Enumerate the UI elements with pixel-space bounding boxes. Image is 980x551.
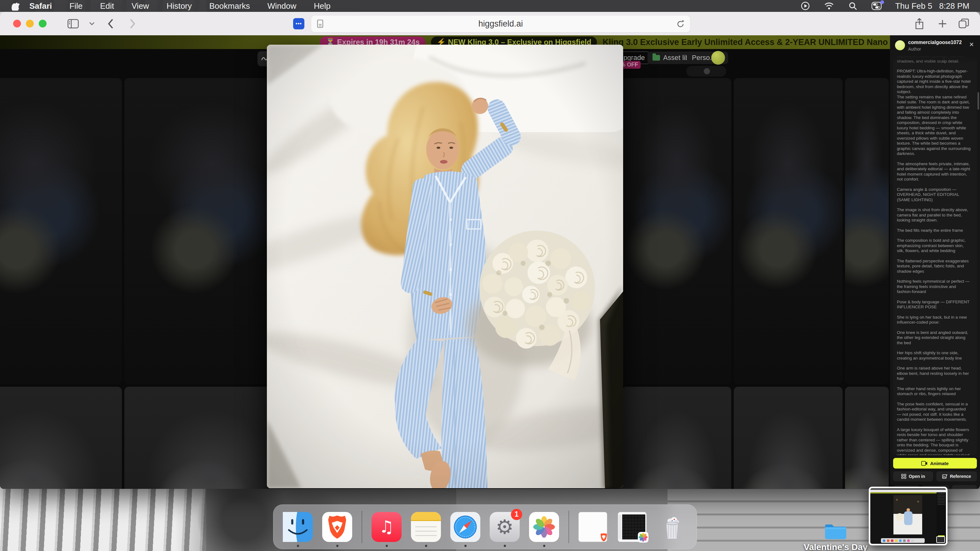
image-plus-icon <box>942 474 948 479</box>
dock-notes-icon[interactable] <box>411 512 441 542</box>
menu-item-window[interactable]: Window <box>267 1 296 11</box>
mini-dock <box>881 538 925 543</box>
safari-window: ••• higgsfield.ai ⏳ Expires in 19h 31m 2… <box>0 12 980 489</box>
dock-music-icon[interactable]: ♫ <box>372 512 402 542</box>
reader-icon[interactable] <box>317 19 325 29</box>
menu-bar: Safari File Edit View History Bookmarks … <box>0 0 980 12</box>
cut-off-button[interactable] <box>952 485 977 489</box>
grid-icon <box>901 474 906 479</box>
author-role: Author <box>908 46 921 52</box>
dock-brave-icon[interactable] <box>322 512 352 542</box>
menu-item-file[interactable]: File <box>69 1 83 11</box>
new-tab-icon[interactable] <box>935 17 950 30</box>
menu-item-edit[interactable]: Edit <box>100 1 114 11</box>
safari-toolbar: ••• higgsfield.ai <box>0 12 980 36</box>
prompt-container[interactable]: separation, subtle flyaways, soft root s… <box>893 56 977 455</box>
screenshot-mini-screen <box>870 488 946 544</box>
close-window-button[interactable] <box>13 20 21 27</box>
menu-item-help[interactable]: Help <box>314 1 330 11</box>
dock-settings-icon[interactable]: ⚙ 1 <box>490 512 520 542</box>
wifi-icon[interactable] <box>824 1 834 11</box>
menu-item-view[interactable]: View <box>132 1 149 11</box>
screenshot-preview-thumbnail[interactable] <box>869 487 948 545</box>
dock-divider <box>361 511 362 543</box>
feed-image-card[interactable] <box>734 387 843 489</box>
zoom-window-button[interactable] <box>39 20 46 27</box>
tab-overview-icon[interactable] <box>957 17 970 30</box>
dock-trash-icon[interactable] <box>657 512 687 542</box>
mini-photo <box>893 495 922 534</box>
dock-photos-icon[interactable] <box>529 512 559 542</box>
video-camera-icon <box>921 461 928 466</box>
dock-minimized-photos-window[interactable] <box>618 512 648 542</box>
personalize-toggle[interactable] <box>686 66 726 76</box>
folder-label[interactable]: Valentine's Day <box>795 542 876 551</box>
dock-finder-icon[interactable] <box>283 512 313 542</box>
apple-menu[interactable] <box>11 1 21 11</box>
higgsfield-page: ⏳ Expires in 19h 31m 24s ⚡ NEW Kling 3.0… <box>0 35 980 489</box>
notification-badge: 1 <box>511 509 522 520</box>
blue-folder-icon <box>824 522 848 540</box>
desktop-screen: ••• higgsfield.ai ⏳ Expires in 19h 31m 2… <box>0 0 980 551</box>
feed-image-card[interactable] <box>845 78 889 384</box>
close-panel-button[interactable]: ✕ <box>967 40 975 48</box>
screen-mirroring-icon[interactable] <box>800 1 810 11</box>
control-center-icon[interactable] <box>872 1 881 11</box>
author-name: commercialgoose1072 <box>908 40 962 45</box>
open-in-button[interactable]: Open in <box>893 472 933 481</box>
search-icon[interactable] <box>848 1 858 11</box>
open-in-label: Open in <box>909 474 925 479</box>
sidebar-icon[interactable] <box>66 17 80 30</box>
back-button[interactable] <box>104 17 118 30</box>
panel-scrollbar[interactable] <box>977 92 979 110</box>
author-avatar[interactable] <box>895 40 905 50</box>
feed-image-card[interactable] <box>734 78 843 384</box>
animate-label: Animate <box>930 461 948 466</box>
animate-button[interactable]: Animate <box>893 458 977 468</box>
valentines-day-folder[interactable] <box>824 522 848 540</box>
feed-image-card[interactable] <box>0 78 122 384</box>
reference-button[interactable]: Reference <box>936 472 977 481</box>
lightbox-image <box>267 44 623 488</box>
dock-divider <box>568 511 569 543</box>
user-avatar[interactable] <box>711 51 725 65</box>
feed-image-card[interactable] <box>622 78 731 384</box>
feed-image-card[interactable] <box>845 387 889 489</box>
extension-dots-icon: ••• <box>296 21 302 27</box>
menu-item-history[interactable]: History <box>167 1 192 11</box>
menu-clock[interactable]: Thu Feb 5 8:28 PM <box>895 1 969 11</box>
reference-label: Reference <box>950 474 971 479</box>
reload-icon[interactable] <box>676 19 685 29</box>
banner-message: Kling 3.0 Exclusive Early Unlimited Acce… <box>603 38 890 47</box>
share-icon[interactable] <box>913 17 926 30</box>
forward-button[interactable] <box>126 17 139 30</box>
window-controls <box>13 20 46 27</box>
focus-dot <box>880 0 884 4</box>
address-bar[interactable]: higgsfield.ai <box>311 15 690 32</box>
chevron-down-icon[interactable] <box>85 17 99 30</box>
details-panel: commercialgoose1072 Author ✕ separation,… <box>890 35 980 489</box>
menu-time: 8:28 PM <box>939 1 969 11</box>
prompt-text: separation, subtle flyaways, soft root s… <box>897 56 970 455</box>
menu-date: Thu Feb 5 <box>895 1 932 11</box>
menu-item-bookmarks[interactable]: Bookmarks <box>209 1 250 11</box>
dock-safari-icon[interactable] <box>450 512 480 542</box>
extension-button[interactable]: ••• <box>293 18 304 29</box>
folder-icon <box>652 55 660 60</box>
menu-item-safari[interactable]: Safari <box>29 1 52 11</box>
minimize-window-button[interactable] <box>26 20 34 27</box>
dock: ♫ ⚙ 1 <box>273 505 697 549</box>
feed-image-card[interactable] <box>622 387 731 489</box>
mini-nested-thumbnail <box>936 536 945 543</box>
dock-minimized-brave-window[interactable] <box>578 512 608 542</box>
url-text: higgsfield.ai <box>479 19 523 29</box>
feed-image-card[interactable] <box>0 387 122 489</box>
